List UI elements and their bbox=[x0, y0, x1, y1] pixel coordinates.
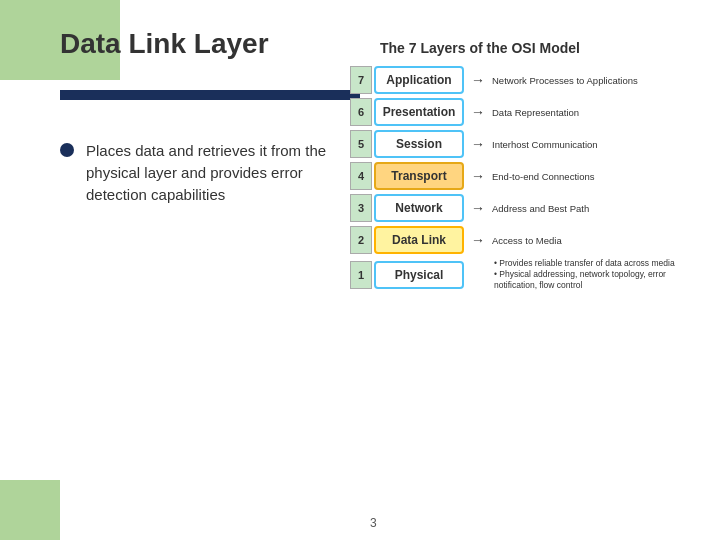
layer-desc-3: Address and Best Path bbox=[492, 203, 710, 214]
arrow-5: → bbox=[467, 136, 489, 152]
corner-decoration-bottom bbox=[0, 480, 60, 540]
osi-diagram: The 7 Layers of the OSI Model 7 Applicat… bbox=[350, 40, 710, 295]
arrow-3: → bbox=[467, 200, 489, 216]
bullet-dot bbox=[60, 143, 74, 157]
layer-name-presentation: Presentation bbox=[374, 98, 464, 126]
osi-layer-4: 4 Transport → End-to-end Connections bbox=[350, 162, 710, 190]
osi-layer-5: 5 Session → Interhost Communication bbox=[350, 130, 710, 158]
layer-name-application: Application bbox=[374, 66, 464, 94]
arrow-4: → bbox=[467, 168, 489, 184]
layer-desc-1: • Provides reliable transfer of data acr… bbox=[492, 258, 710, 291]
layer-desc-4: End-to-end Connections bbox=[492, 171, 710, 182]
layer-desc-6: Data Representation bbox=[492, 107, 710, 118]
osi-layer-7: 7 Application → Network Processes to App… bbox=[350, 66, 710, 94]
layer-desc-2: Access to Media bbox=[492, 235, 710, 246]
osi-layer-1: 1 Physical • Provides reliable transfer … bbox=[350, 258, 710, 291]
content-area: Places data and retrieves it from the ph… bbox=[60, 120, 350, 205]
layer-name-datalink: Data Link bbox=[374, 226, 464, 254]
osi-title: The 7 Layers of the OSI Model bbox=[350, 40, 710, 56]
layer-name-network: Network bbox=[374, 194, 464, 222]
layer-num-1: 1 bbox=[350, 261, 372, 289]
osi-layer-6: 6 Presentation → Data Representation bbox=[350, 98, 710, 126]
layer-desc-7: Network Processes to Applications bbox=[492, 75, 710, 86]
layer-num-5: 5 bbox=[350, 130, 372, 158]
layer-num-7: 7 bbox=[350, 66, 372, 94]
slide-title-area: Data Link Layer bbox=[60, 28, 269, 60]
arrow-2: → bbox=[467, 232, 489, 248]
layer-desc-5: Interhost Communication bbox=[492, 139, 710, 150]
osi-layer-3: 3 Network → Address and Best Path bbox=[350, 194, 710, 222]
layer-num-4: 4 bbox=[350, 162, 372, 190]
osi-layer-2: 2 Data Link → Access to Media bbox=[350, 226, 710, 254]
layer-num-3: 3 bbox=[350, 194, 372, 222]
bullet-text: Places data and retrieves it from the ph… bbox=[86, 140, 350, 205]
layer-name-physical: Physical bbox=[374, 261, 464, 289]
arrow-7: → bbox=[467, 72, 489, 88]
layer-name-session: Session bbox=[374, 130, 464, 158]
layer-name-transport: Transport bbox=[374, 162, 464, 190]
title-underline bbox=[60, 90, 360, 100]
page-number: 3 bbox=[370, 516, 377, 530]
arrow-6: → bbox=[467, 104, 489, 120]
layer-num-6: 6 bbox=[350, 98, 372, 126]
bullet-item: Places data and retrieves it from the ph… bbox=[60, 140, 350, 205]
layer-num-2: 2 bbox=[350, 226, 372, 254]
slide-title: Data Link Layer bbox=[60, 28, 269, 59]
